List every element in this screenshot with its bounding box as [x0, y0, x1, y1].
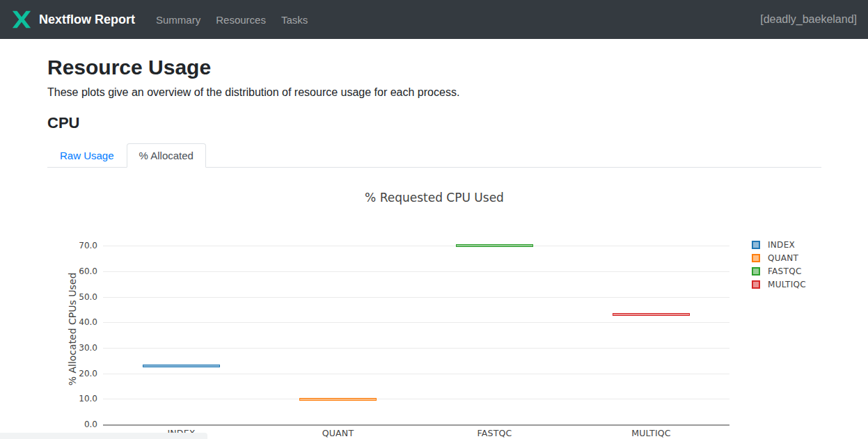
gridline-60 [103, 271, 729, 272]
top-navbar: Nextflow Report SummaryResourcesTasks [d… [0, 0, 868, 39]
y-tick-label-70: 70.0 [47, 241, 97, 250]
legend-swatch-index [752, 241, 760, 249]
y-tick-label-40: 40.0 [47, 317, 97, 327]
page-title: Resource Usage [47, 56, 821, 79]
gridline-50 [103, 297, 729, 298]
legend-item-multiqc[interactable]: MULTIQC [752, 278, 806, 291]
gridline-30 [103, 348, 729, 349]
x-tick-label-multiqc: MULTIQC [631, 428, 670, 438]
gridline-10 [103, 399, 729, 399]
gridline-20 [103, 374, 729, 374]
tab-allocated[interactable]: % Allocated [127, 143, 206, 168]
x-tick-label-fastqc: FASTQC [478, 428, 512, 438]
nav-link-tasks[interactable]: Tasks [276, 14, 313, 26]
cpu-allocated-chart: % Requested CPU Used % Allocated CPUs Us… [47, 168, 821, 439]
gridline-70 [103, 246, 729, 246]
nav-link-resources[interactable]: Resources [210, 14, 271, 26]
legend-label: MULTIQC [768, 280, 806, 289]
box-trace-fastqc [456, 244, 533, 247]
y-tick-label-30: 30.0 [47, 343, 97, 353]
main-nav: SummaryResourcesTasks [150, 14, 317, 26]
legend-item-quant[interactable]: QUANT [752, 251, 806, 264]
x-axis-line [103, 424, 729, 426]
chart-legend: INDEXQUANTFASTQCMULTIQC [752, 238, 806, 291]
run-name-badge: [deadly_baekeland] [760, 13, 857, 26]
legend-swatch-fastqc [752, 267, 760, 276]
legend-item-index[interactable]: INDEX [752, 238, 806, 251]
cpu-tab-bar: Raw Usage% Allocated [47, 143, 821, 168]
box-trace-index [143, 365, 220, 367]
legend-label: FASTQC [768, 266, 802, 276]
nav-link-summary[interactable]: Summary [150, 14, 206, 26]
box-trace-quant [299, 398, 377, 401]
bottom-overlay-fragment [0, 433, 207, 439]
legend-swatch-quant [752, 254, 760, 262]
tab-raw-usage[interactable]: Raw Usage [47, 143, 127, 168]
y-tick-label-20: 20.0 [47, 369, 97, 378]
y-tick-label-0: 0.0 [47, 420, 97, 429]
box-trace-multiqc [613, 313, 690, 316]
nextflow-logo-icon [11, 10, 32, 29]
legend-label: QUANT [768, 253, 798, 263]
legend-label: INDEX [768, 240, 795, 250]
y-tick-label-10: 10.0 [47, 394, 97, 404]
section-heading-cpu: CPU [47, 114, 821, 132]
gridline-40 [103, 322, 729, 323]
legend-item-fastqc[interactable]: FASTQC [752, 264, 806, 278]
brand[interactable]: Nextflow Report [11, 10, 150, 29]
x-tick-label-quant: QUANT [322, 428, 354, 438]
main-content: Resource Usage These plots give an overv… [0, 39, 868, 439]
legend-swatch-multiqc [752, 280, 760, 289]
brand-title: Nextflow Report [39, 13, 135, 27]
chart-title: % Requested CPU Used [47, 191, 821, 205]
page-description: These plots give an overview of the dist… [47, 86, 821, 99]
y-tick-label-60: 60.0 [47, 266, 97, 276]
y-tick-label-50: 50.0 [47, 292, 97, 302]
